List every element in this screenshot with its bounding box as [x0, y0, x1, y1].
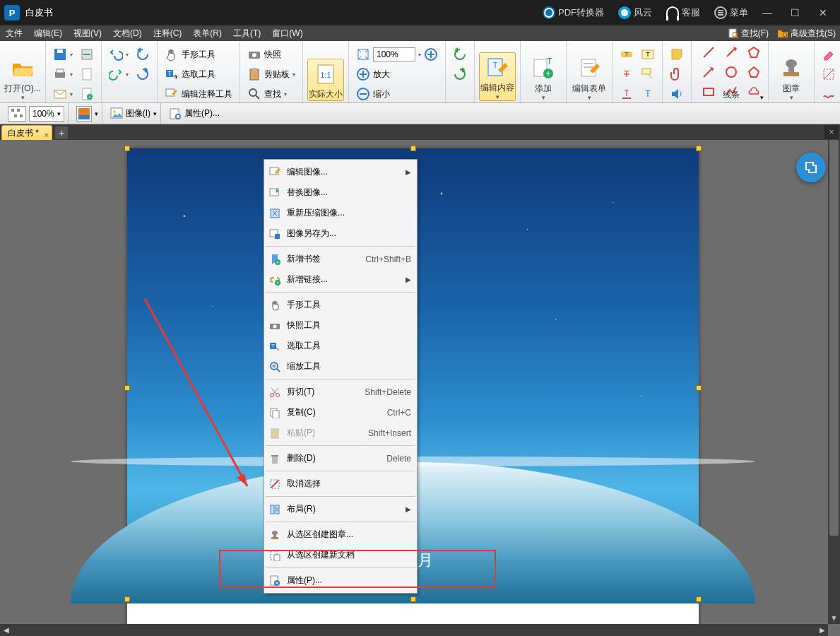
- edit-content-button[interactable]: T 编辑内容▾: [479, 52, 516, 101]
- float-convert-button[interactable]: [796, 153, 826, 182]
- snapshot-button[interactable]: 快照: [244, 45, 298, 64]
- ctx-select-tool[interactable]: T选取工具: [264, 336, 417, 356]
- textbox-button[interactable]: T: [638, 45, 658, 64]
- ctx-new-link[interactable]: +新增链接...▶: [264, 269, 417, 290]
- support-button[interactable]: 客服: [659, 0, 707, 25]
- strikeout-button[interactable]: T: [617, 65, 637, 83]
- document-tab[interactable]: 白皮书 * ×: [1, 125, 52, 140]
- vertical-scrollbar[interactable]: ▲ ▼: [828, 140, 840, 624]
- ctx-save-image-as[interactable]: 图像另存为...: [264, 223, 417, 244]
- find-ribbon-button[interactable]: 查找▾: [244, 85, 298, 103]
- pencil-btn[interactable]: [819, 85, 839, 103]
- opacity-pattern-select[interactable]: [8, 106, 26, 122]
- eraser-btn[interactable]: [819, 45, 839, 64]
- image-menu-button[interactable]: 图像(I): [126, 107, 150, 119]
- ctx-create-doc[interactable]: 从选区创建新文档: [264, 545, 417, 565]
- undo-button[interactable]: ▾: [106, 45, 131, 64]
- ctx-delete[interactable]: 删除(D)Delete: [264, 448, 417, 469]
- resize-handle[interactable]: [410, 146, 416, 151]
- rotate-left-button[interactable]: [450, 45, 470, 64]
- add-button[interactable]: T+ 添加▾: [525, 54, 562, 101]
- open-button[interactable]: 打开(O)... ▾: [4, 54, 41, 101]
- ctx-edit-image[interactable]: 编辑图像...▶: [264, 162, 417, 182]
- rect-btn[interactable]: [699, 83, 718, 101]
- properties-button[interactable]: 属性(P)...: [184, 107, 220, 119]
- blank-button[interactable]: [77, 65, 97, 83]
- window-close-button[interactable]: ✕: [812, 0, 840, 25]
- color-picker[interactable]: [76, 106, 92, 122]
- new-tab-button[interactable]: +: [55, 126, 68, 139]
- ctx-layout[interactable]: 布局(R)▶: [264, 499, 417, 519]
- callout-button[interactable]: [638, 65, 658, 83]
- save-button[interactable]: ▾: [50, 45, 76, 64]
- edit-annot-button[interactable]: 编辑注释工具: [162, 85, 235, 103]
- horizontal-scrollbar[interactable]: ◀ ▶: [0, 624, 828, 636]
- menu-tools[interactable]: 工具(T): [227, 25, 266, 41]
- fengyun-button[interactable]: 风云: [611, 0, 659, 25]
- advanced-find-button[interactable]: 高级查找(S): [773, 28, 840, 40]
- scroll-left-button[interactable]: ◀: [0, 624, 12, 636]
- menu-edit[interactable]: 编辑(E): [28, 25, 68, 41]
- highlight-button[interactable]: T: [617, 45, 637, 64]
- hand-tool-button[interactable]: 手形工具: [162, 45, 235, 64]
- underline-button[interactable]: T: [617, 85, 637, 103]
- sticky-button[interactable]: [667, 45, 687, 64]
- from-file-button[interactable]: +: [77, 85, 97, 103]
- resize-handle[interactable]: [124, 146, 130, 151]
- ctx-new-bookmark[interactable]: +新增书签Ctrl+Shift+B: [264, 249, 417, 269]
- ctx-properties[interactable]: 属性(P)...: [264, 570, 417, 591]
- resize-handle[interactable]: [124, 596, 130, 602]
- polygon-btn[interactable]: [744, 43, 764, 61]
- ctx-hand-tool[interactable]: 手形工具: [264, 295, 417, 315]
- ctx-replace-image[interactable]: 替换图像...: [264, 182, 417, 203]
- sound-button[interactable]: [667, 85, 687, 103]
- circle-btn[interactable]: [721, 63, 741, 81]
- zoom-out-button[interactable]: 缩小: [353, 85, 441, 103]
- ctx-snapshot-tool[interactable]: 快照工具: [264, 315, 417, 336]
- ctx-zoom-tool[interactable]: 缩放工具: [264, 356, 417, 377]
- menu-form[interactable]: 表单(R): [187, 25, 227, 41]
- ctx-cut[interactable]: 剪切(T)Shift+Delete: [264, 382, 417, 402]
- pdf-converter-button[interactable]: PDF转换器: [536, 0, 611, 25]
- resize-handle[interactable]: [696, 596, 702, 602]
- edit-form-button[interactable]: 编辑表单▾: [571, 54, 608, 101]
- menu-file[interactable]: 文件: [0, 25, 28, 41]
- email-button[interactable]: ▾: [50, 85, 76, 103]
- actual-size-button[interactable]: 1:1 实际大小: [307, 59, 344, 101]
- print-button[interactable]: ▾: [50, 65, 76, 83]
- scroll-right-button[interactable]: ▶: [816, 624, 828, 636]
- select-tool-button[interactable]: T选取工具: [162, 65, 235, 83]
- scan-button[interactable]: [77, 45, 97, 64]
- menu-window[interactable]: 窗口(W): [266, 25, 308, 41]
- ctx-copy[interactable]: 复制(C)Ctrl+C: [264, 402, 417, 423]
- menu-annotation[interactable]: 注释(C): [148, 25, 188, 41]
- zoom-in-button[interactable]: 放大: [353, 65, 441, 83]
- close-all-tabs-button[interactable]: ×: [824, 125, 839, 139]
- rotate-right-button[interactable]: [450, 65, 470, 83]
- redact-btn[interactable]: [819, 65, 839, 83]
- menu-view[interactable]: 视图(V): [68, 25, 107, 41]
- scroll-down-button[interactable]: ▼: [828, 612, 840, 624]
- ctx-recompress[interactable]: 重新压缩图像...: [264, 203, 417, 223]
- find-button[interactable]: 查找(F): [723, 28, 773, 40]
- opacity-select[interactable]: 100% ▾: [29, 106, 64, 122]
- typewriter-button[interactable]: T: [638, 85, 658, 103]
- ctx-deselect[interactable]: 取消选择: [264, 473, 417, 494]
- resize-handle[interactable]: [410, 596, 416, 602]
- window-maximize-button[interactable]: ☐: [783, 0, 812, 25]
- menu-button[interactable]: 菜单: [707, 0, 755, 25]
- rotate-cw-button[interactable]: [133, 65, 153, 83]
- pentagon-btn[interactable]: [744, 63, 764, 81]
- resize-handle[interactable]: [696, 146, 702, 151]
- resize-handle[interactable]: [696, 385, 702, 391]
- stamp-button[interactable]: 图章▾: [773, 54, 810, 101]
- ctx-create-stamp[interactable]: 从选区创建图章...: [264, 524, 417, 545]
- scroll-thumb[interactable]: [829, 140, 839, 536]
- menu-document[interactable]: 文档(D): [107, 25, 148, 41]
- rotate-ccw-button[interactable]: [133, 45, 153, 64]
- arrow2-btn[interactable]: [721, 43, 741, 61]
- zoom-input[interactable]: [373, 47, 415, 61]
- zoom-plus-icon[interactable]: [424, 47, 438, 61]
- redo-button[interactable]: ▾: [106, 65, 131, 83]
- window-minimize-button[interactable]: —: [755, 0, 783, 25]
